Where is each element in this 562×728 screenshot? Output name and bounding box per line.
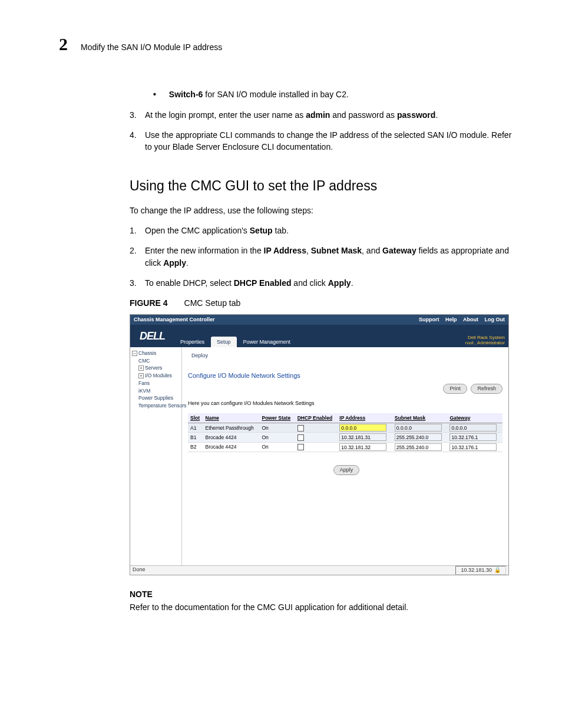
tree-temperature[interactable]: Temperature Sensors [138,402,180,410]
step-b-3: 3. To enable DHCP, select DHCP Enabled a… [130,277,515,289]
cmc-topbar: Chassis Management Controller Support He… [130,315,508,325]
cell-ip: 10.32.181.31 [337,433,392,442]
tree-servers[interactable]: +Servers [138,364,180,372]
gw-input[interactable]: 10.32.176.1 [449,433,497,441]
header-title: Modify the SAN I/O Module IP address [81,41,222,53]
subtab-deploy[interactable]: Deploy [188,351,211,361]
step-num: 3. [130,277,145,289]
ip-input[interactable]: 0.0.0.0 [339,424,386,431]
tree-chassis[interactable]: −Chassis [132,350,180,357]
cmc-main: Deploy Configure I/O Module Network Sett… [182,347,508,565]
section-heading: Using the CMC GUI to set the IP address [130,176,515,196]
gw-input[interactable]: 0.0.0.0 [449,424,497,431]
cell-gw: 10.32.176.1 [447,442,503,452]
cell-power: On [260,442,295,452]
figure-label: FIGURE 4 [130,298,168,308]
tree-expand-icon[interactable]: + [138,365,144,371]
step-text: To enable DHCP, select DHCP Enabled and … [145,277,353,289]
th-ip: IP Address [337,413,392,423]
mask-input[interactable]: 255.255.240.0 [395,433,442,441]
figure-caption: FIGURE 4CMC Setup tab [130,297,515,309]
link-support[interactable]: Support [419,317,439,322]
cmc-sidebar: −Chassis CMC +Servers +I/O Modules Fans … [130,347,182,565]
refresh-button[interactable]: Refresh [471,384,503,394]
cell-name: Ethernet Passthrough [203,423,260,433]
bullet-bold: Switch-6 [169,90,203,99]
cmc-titlebar: DELL Properties Setup Power Management D… [130,325,508,347]
cmc-title: Chassis Management Controller [134,316,215,324]
step-b-1: 1. Open the CMC application's Setup tab. [130,225,515,236]
tab-setup[interactable]: Setup [211,337,237,347]
th-mask: Subnet Mask [392,413,448,423]
section-intro: To change the IP address, use the follow… [130,205,515,216]
note-text: Refer to the documentation for the CMC G… [130,601,515,613]
tab-properties[interactable]: Properties [174,337,210,347]
th-name: Name [203,413,260,423]
gw-input[interactable]: 10.32.176.1 [449,443,497,451]
dhcp-checkbox[interactable] [297,425,304,431]
page-header: 2 Modify the SAN I/O Module IP address [59,35,515,53]
cell-name: Brocade 4424 [203,442,260,452]
userinfo-role: root , Administrator [297,341,505,346]
cell-power: On [260,433,295,442]
link-help[interactable]: Help [445,317,457,322]
th-gw: Gateway [447,413,503,423]
step-a-4: 4. Use the appropriate CLI commands to c… [130,129,515,153]
tree-ikvm[interactable]: iKVM [138,387,180,395]
tree-collapse-icon[interactable]: − [132,351,137,356]
step-a-3: 3. At the login prompt, enter the user n… [130,109,515,121]
lock-icon: 🔒 [494,566,501,574]
link-logout[interactable]: Log Out [485,317,505,322]
bullet-switch6: Switch-6 for SAN I/O module installed in… [153,88,515,100]
tree-io-modules[interactable]: +I/O Modules [138,372,180,380]
th-dhcp: DHCP Enabled [295,413,338,423]
tree-expand-icon[interactable]: + [138,373,144,378]
cmc-tabs: Properties Setup Power Management [174,331,297,347]
cell-ip: 10.32.181.32 [337,442,392,452]
tree-fans[interactable]: Fans [138,380,180,387]
table-row: B1 Brocade 4424 On 10.32.181.31 255.255.… [188,433,503,442]
io-module-table: Slot Name Power State DHCP Enabled IP Ad… [188,413,503,452]
cmc-page-title: Configure I/O Module Network Settings [188,371,503,381]
th-slot: Slot [188,413,203,423]
cell-slot: B1 [188,433,203,442]
th-power: Power State [260,413,295,423]
status-bar: Done 10.32.181.30 🔒 [130,565,508,575]
step-num: 3. [130,109,145,121]
chapter-number: 2 [59,35,68,53]
ip-input[interactable]: 10.32.181.32 [339,443,386,451]
dhcp-checkbox[interactable] [297,444,304,450]
dell-logo: DELL [130,325,174,347]
mask-input[interactable]: 0.0.0.0 [395,424,442,431]
link-about[interactable]: About [463,317,478,322]
bullet-text: for SAN I/O module installed in bay C2. [203,90,348,99]
mask-input[interactable]: 255.255.240.0 [395,443,442,451]
ip-input[interactable]: 10.32.181.31 [339,433,386,441]
tree-cmc[interactable]: CMC [138,357,180,365]
cell-dhcp [295,423,338,433]
table-header-row: Slot Name Power State DHCP Enabled IP Ad… [188,413,503,423]
cmc-toplinks: Support Help About Log Out [414,316,505,324]
cell-mask: 255.255.240.0 [392,433,448,442]
cell-slot: A1 [188,423,203,433]
tab-power-management[interactable]: Power Management [237,337,297,347]
figure-caption-text: CMC Setup tab [184,298,241,308]
apply-button[interactable]: Apply [333,465,360,475]
status-ip: 10.32.181.30 [461,566,492,574]
step-b-2: 2. Enter the new information in the IP A… [130,245,515,269]
cell-dhcp [295,442,338,452]
table-row: B2 Brocade 4424 On 10.32.181.32 255.255.… [188,442,503,452]
step-text: Enter the new information in the IP Addr… [145,245,515,269]
cell-dhcp [295,433,338,442]
step-num: 1. [130,225,145,236]
dhcp-checkbox[interactable] [297,434,304,441]
cell-slot: B2 [188,442,203,452]
step-num: 2. [130,245,145,269]
tree-power-supplies[interactable]: Power Supplies [138,394,180,402]
print-button[interactable]: Print [443,384,467,394]
cell-gw: 10.32.176.1 [447,433,503,442]
cell-power: On [260,423,295,433]
step-num: 4. [130,129,145,153]
cell-ip: 0.0.0.0 [337,423,392,433]
cell-name: Brocade 4424 [203,433,260,442]
